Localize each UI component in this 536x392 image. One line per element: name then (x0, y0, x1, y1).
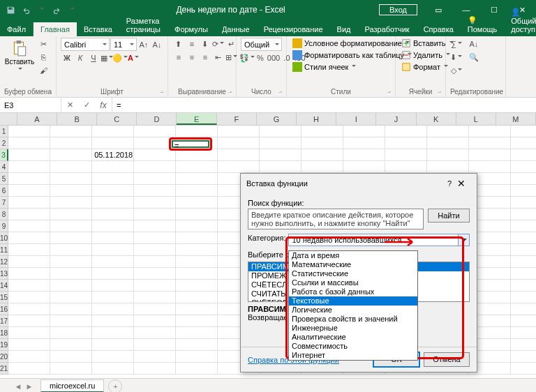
undo-dropdown[interactable] (35, 3, 47, 16)
cell[interactable] (176, 126, 218, 137)
cell[interactable] (260, 161, 302, 173)
cell[interactable] (134, 173, 176, 185)
cond-format-button[interactable]: Условное форматирование (291, 38, 411, 49)
cell[interactable] (134, 137, 176, 149)
cell[interactable] (50, 209, 92, 220)
row-header[interactable]: 18 (0, 327, 8, 339)
cell[interactable] (176, 161, 218, 173)
cell[interactable] (92, 280, 134, 292)
cell[interactable] (50, 244, 92, 256)
cell[interactable] (134, 185, 176, 197)
cell[interactable] (511, 303, 536, 315)
cell[interactable] (50, 232, 92, 244)
cell[interactable] (176, 185, 218, 197)
orientation-icon[interactable]: ⟳ (212, 38, 225, 50)
cell[interactable] (50, 315, 92, 327)
dialog-close-icon[interactable]: ✕ (452, 178, 471, 189)
cell[interactable] (8, 363, 50, 375)
cell[interactable] (134, 303, 176, 315)
cell[interactable] (92, 173, 134, 185)
cell[interactable] (8, 232, 50, 244)
cell[interactable] (511, 185, 536, 197)
tab-developer[interactable]: Разработчик (358, 22, 417, 36)
tab-tellme[interactable]: 💡 Помощь (461, 13, 505, 36)
bold-icon[interactable]: Ж (61, 52, 73, 64)
cell[interactable] (92, 126, 134, 137)
cell[interactable] (343, 126, 385, 137)
cell[interactable] (343, 149, 385, 161)
tab-layout[interactable]: Разметка страницы (119, 14, 168, 36)
row-header[interactable]: 17 (0, 315, 8, 327)
cell[interactable] (8, 149, 50, 161)
cell[interactable] (8, 244, 50, 256)
cell[interactable] (134, 363, 176, 375)
fill-color-icon[interactable]: 🟡 (114, 52, 126, 64)
cell[interactable] (134, 232, 176, 244)
cell[interactable] (50, 173, 92, 185)
cell[interactable] (50, 161, 92, 173)
format-table-button[interactable]: Форматировать как таблицу (291, 50, 413, 61)
cell[interactable] (218, 149, 260, 161)
search-function-input[interactable]: Введите краткое описание действия, котор… (248, 209, 424, 229)
sort-filter-icon[interactable]: A↓ (468, 38, 480, 50)
cell[interactable] (176, 315, 218, 327)
tab-home[interactable]: Главная (34, 22, 77, 36)
cell[interactable] (176, 268, 218, 280)
cell[interactable] (511, 256, 536, 268)
dialog-titlebar[interactable]: Вставка функции ? ✕ (241, 174, 477, 193)
font-color-icon[interactable]: A (127, 52, 140, 64)
format-cells-button[interactable]: Формат (400, 61, 449, 73)
percent-icon[interactable]: % (254, 52, 267, 64)
dropdown-item[interactable]: Работа с базой данных (289, 287, 417, 296)
cell[interactable] (8, 292, 50, 303)
col-header[interactable]: B (57, 113, 97, 125)
cell[interactable] (50, 280, 92, 292)
cell[interactable] (8, 280, 50, 292)
dropdown-item[interactable]: Дата и время (289, 251, 417, 260)
cell[interactable] (92, 256, 134, 268)
cell[interactable] (134, 197, 176, 209)
dropdown-item[interactable]: Текстовые (289, 296, 417, 306)
cell[interactable] (176, 197, 218, 209)
row-header[interactable]: 10 (0, 232, 8, 244)
cell[interactable] (176, 280, 218, 292)
currency-icon[interactable]: 💱 (241, 52, 253, 64)
cell[interactable] (8, 161, 50, 173)
cell[interactable] (50, 327, 92, 339)
dropdown-item[interactable]: Инженерные (289, 324, 417, 333)
cell[interactable] (385, 149, 427, 161)
col-header[interactable]: I (336, 113, 376, 125)
tab-view[interactable]: Вид (330, 22, 358, 36)
align-left-icon[interactable]: ≡ (172, 51, 185, 63)
row-header[interactable]: 20 (0, 351, 8, 363)
dropdown-item[interactable]: Интернет (289, 351, 417, 360)
cell[interactable] (385, 161, 427, 173)
tab-help[interactable]: Справка (417, 22, 461, 36)
cell[interactable] (92, 292, 134, 303)
cell[interactable] (50, 351, 92, 363)
underline-icon[interactable]: Ч (87, 52, 100, 64)
cell[interactable] (511, 197, 536, 209)
number-format-combo[interactable]: Общий (241, 38, 282, 51)
cell[interactable] (427, 126, 469, 137)
dropdown-item[interactable]: Совместимость (289, 342, 417, 351)
cell[interactable] (511, 161, 536, 173)
cell[interactable] (302, 149, 343, 161)
find-button[interactable]: Найти (428, 209, 470, 223)
cell[interactable] (8, 303, 50, 315)
cell[interactable] (92, 161, 134, 173)
cell[interactable] (511, 244, 536, 256)
col-header[interactable]: G (257, 113, 297, 125)
cell[interactable] (92, 232, 134, 244)
col-header[interactable]: L (456, 113, 496, 125)
cell[interactable] (92, 339, 134, 351)
dropdown-item[interactable]: Логические (289, 306, 417, 315)
tab-share[interactable]: 👤 Общий доступ (504, 5, 536, 36)
cell[interactable] (302, 137, 343, 149)
prev-sheet-icon[interactable]: ◄ (13, 382, 24, 391)
cell[interactable] (260, 149, 302, 161)
row-header[interactable]: 12 (0, 256, 8, 268)
cell[interactable] (134, 268, 176, 280)
align-center-icon[interactable]: ≡ (186, 51, 198, 63)
shrink-font-icon[interactable]: A↓ (151, 38, 163, 51)
